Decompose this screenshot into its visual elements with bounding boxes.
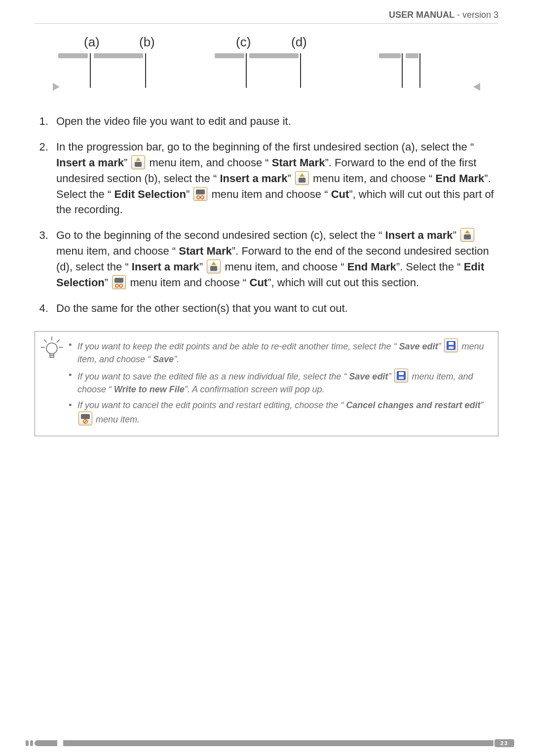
svg-marker-9 (211, 262, 216, 265)
manual-title-rest: - version 3 (457, 10, 498, 20)
insert-mark-icon (460, 228, 474, 242)
insert-mark-icon (207, 260, 221, 273)
tip-3: If you want to cancel the edit points an… (69, 399, 491, 426)
instruction-list: Open the video file you want to edit and… (35, 113, 498, 316)
svg-line-15 (44, 340, 47, 342)
svg-point-13 (119, 284, 122, 287)
step-3: Go to the beginning of the second undesi… (51, 227, 498, 291)
svg-rect-28 (81, 414, 90, 419)
diagram-label-b: (b) (139, 35, 155, 50)
floppy-disk-icon (444, 339, 458, 352)
svg-line-16 (57, 340, 60, 342)
svg-point-12 (115, 284, 118, 287)
svg-rect-23 (449, 342, 454, 345)
cancel-edit-icon (78, 412, 92, 425)
svg-point-5 (197, 195, 200, 198)
svg-marker-7 (465, 230, 470, 233)
floppy-disk-icon (394, 369, 408, 382)
tip-box: If you want to keep the edit points and … (35, 331, 498, 437)
svg-rect-1 (135, 162, 142, 167)
svg-marker-0 (136, 157, 141, 161)
svg-rect-10 (210, 266, 217, 271)
page-footer: 23 (0, 740, 533, 749)
timeline-end-icon (473, 83, 480, 91)
diagram-label-d: (d) (291, 35, 307, 50)
tip-1: If you want to keep the edit points and … (69, 339, 491, 366)
lightbulb-icon (40, 336, 64, 362)
insert-mark-icon (295, 171, 309, 185)
insert-mark-icon (131, 155, 145, 169)
edit-selection-icon (112, 275, 126, 289)
step-1: Open the video file you want to edit and… (51, 113, 498, 129)
svg-rect-24 (449, 346, 454, 349)
timeline-start-icon (53, 83, 60, 91)
svg-point-6 (201, 195, 204, 198)
tip-2: If you want to save the edited file as a… (69, 369, 491, 396)
diagram-label-c: (c) (236, 35, 251, 50)
edit-selection-icon (193, 187, 207, 201)
diagram-label-a: (a) (84, 35, 100, 50)
svg-line-30 (84, 420, 87, 423)
svg-rect-11 (114, 278, 123, 283)
page-number: 23 (495, 739, 514, 747)
svg-point-19 (46, 343, 57, 354)
page-header: USER MANUAL - version 3 (35, 10, 498, 24)
svg-rect-26 (399, 372, 404, 375)
svg-rect-4 (196, 189, 205, 194)
svg-rect-3 (299, 178, 305, 183)
step-2: In the progression bar, go to the beginn… (51, 139, 498, 218)
svg-rect-27 (399, 377, 404, 379)
step-4: Do the same for the other section(s) tha… (51, 301, 498, 316)
timeline-diagram: (a) (b) (c) (d) (54, 35, 479, 99)
svg-marker-2 (300, 173, 305, 177)
manual-title-bold: USER MANUAL (389, 10, 455, 20)
svg-rect-8 (464, 234, 471, 239)
